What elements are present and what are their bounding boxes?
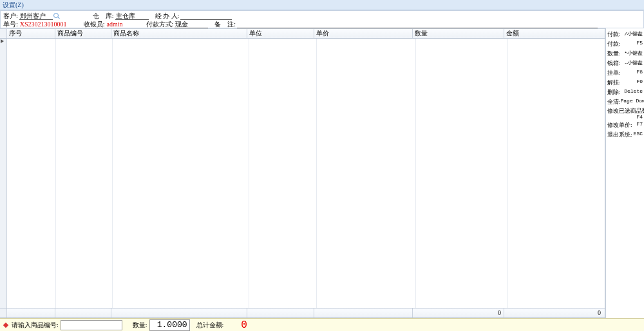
col-qty[interactable]: 数量 (413, 29, 504, 38)
footer-amount-total: 0 (504, 308, 605, 317)
main-area: 序号 商品编号 商品名称 单位 单价 数量 金额 (0, 28, 644, 318)
header-form: 客户: 郑州客户 仓 库: 主仓库 经 办 人: 单号: XS230213010… (0, 10, 644, 28)
paymethod-label: 付款方式: (146, 20, 174, 29)
cashier-value: admin (106, 21, 140, 28)
grid-body[interactable] (0, 39, 605, 308)
col-name[interactable]: 商品名称 (111, 29, 247, 38)
remark-field[interactable] (237, 21, 598, 28)
col-code[interactable]: 商品编号 (55, 29, 111, 38)
cashier-label: 收银员: (84, 20, 105, 29)
sc-unhold: 解挂: (607, 79, 621, 87)
sc-qty: 数量: (607, 50, 621, 58)
sc-editqty: 修改已选商品数量:F4 (607, 108, 643, 120)
qty-label: 数量: (133, 321, 147, 330)
product-code-input[interactable] (61, 320, 122, 330)
order-value: XS230213010001 (19, 21, 77, 28)
grid-footer: 0 0 (0, 308, 605, 318)
paymethod-field[interactable]: 现金 (175, 21, 208, 28)
menu-settings[interactable]: 设置(Z) (3, 1, 24, 10)
sc-clear: 全清: (607, 98, 621, 106)
search-icon[interactable] (53, 12, 61, 20)
warehouse-field[interactable]: 主仓库 (115, 12, 149, 20)
total-label: 总计金额: (196, 321, 224, 330)
sc-hold: 挂单: (607, 69, 621, 77)
diamond-icon (3, 322, 8, 327)
menu-bar: 设置(Z) (0, 0, 644, 10)
handler-field[interactable] (180, 12, 232, 20)
total-value: 0 (241, 319, 247, 331)
qty-input[interactable]: 1.0000 (149, 319, 190, 331)
sc-exit: 退出系统: (607, 131, 632, 139)
sc-drawer: 钱箱: (607, 59, 621, 68)
handler-label: 经 办 人: (155, 12, 180, 21)
remark-label: 备 注: (214, 20, 236, 29)
col-price[interactable]: 单价 (314, 29, 413, 38)
data-grid[interactable]: 序号 商品编号 商品名称 单位 单价 数量 金额 (0, 28, 605, 318)
col-seq[interactable]: 序号 (7, 29, 55, 38)
footer-qty-total: 0 (413, 308, 504, 317)
shortcut-panel: 付款:/小键盘 付款:F5 数量:*小键盘 钱箱:-小键盘 挂单:F8 解挂:F… (605, 28, 644, 318)
col-unit[interactable]: 单位 (247, 29, 314, 38)
code-prompt: 请输入商品编号: (12, 321, 59, 330)
warehouse-label: 仓 库: (93, 12, 114, 21)
customer-field[interactable]: 郑州客户 (19, 12, 53, 20)
customer-label: 客户: (3, 12, 18, 21)
bottom-bar: 请输入商品编号: 数量: 1.0000 总计金额: 0 (0, 318, 644, 331)
sc-pay2: 付款: (607, 40, 621, 48)
current-row-indicator-icon (1, 39, 4, 43)
sc-editprice: 修改单价: (607, 121, 632, 129)
grid-header: 序号 商品编号 商品名称 单位 单价 数量 金额 (0, 28, 605, 39)
order-label: 单号: (3, 20, 18, 29)
sc-pay1: 付款: (607, 30, 621, 39)
sc-delete: 删除: (607, 88, 621, 97)
col-amount[interactable]: 金额 (504, 29, 605, 38)
